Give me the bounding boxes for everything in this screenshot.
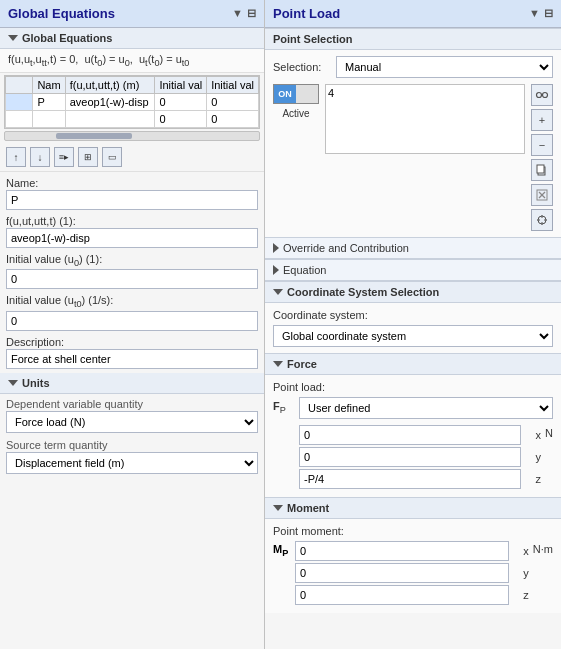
- equation-section-header[interactable]: Equation: [265, 259, 561, 281]
- equation-label: Equation: [283, 264, 326, 276]
- force-x-input[interactable]: [299, 425, 521, 445]
- z-axis-label: z: [521, 473, 541, 485]
- moment-section-header[interactable]: Moment: [265, 497, 561, 519]
- point-selection-header[interactable]: Point Selection: [265, 28, 561, 50]
- point-moment-label: Point moment:: [273, 525, 553, 537]
- n-unit-label: N: [541, 427, 553, 439]
- dep-var-select[interactable]: Force load (N): [6, 411, 258, 433]
- force-inputs-group: x y z N: [273, 425, 553, 491]
- force-y-input[interactable]: [299, 447, 521, 467]
- point-load-label: Point load:: [273, 381, 553, 393]
- svg-point-0: [537, 93, 542, 98]
- init-u0-input[interactable]: [6, 269, 258, 289]
- left-panel-header: Global Equations ▼ ⊟: [0, 0, 264, 28]
- table-row: P aveop1(-w)-disp 0 0: [6, 94, 259, 111]
- section-expand-icon: [8, 35, 18, 41]
- override-expand-icon: [273, 243, 279, 253]
- coord-system-label: Coordinate system:: [273, 309, 553, 321]
- right-panel-pin-icon[interactable]: ⊟: [544, 7, 553, 20]
- func1-button[interactable]: ≡▸: [54, 147, 74, 167]
- svg-point-1: [543, 93, 548, 98]
- right-panel-collapse-icon[interactable]: ▼: [529, 7, 540, 20]
- moment-x-label: x: [509, 545, 529, 557]
- moment-inputs-col: x y z: [295, 541, 529, 607]
- coord-system-select[interactable]: Global coordinate system: [273, 325, 553, 347]
- init-u0-label: Initial value (u0) (1):: [6, 250, 258, 269]
- func-label: f(u,ut,utt,t) (1):: [6, 212, 258, 228]
- equations-toolbar: ↑ ↓ ≡▸ ⊞ ▭: [0, 143, 264, 172]
- row-func[interactable]: aveop1(-w)-disp: [65, 94, 155, 111]
- func-input[interactable]: [6, 228, 258, 248]
- link-icon-btn[interactable]: [531, 84, 553, 106]
- coord-section-header[interactable]: Coordinate System Selection: [265, 281, 561, 303]
- row-name[interactable]: P: [33, 94, 65, 111]
- force-z-input[interactable]: [299, 469, 521, 489]
- table-scrollbar[interactable]: [4, 131, 260, 141]
- active-toggle-col: ON Active: [273, 84, 319, 119]
- func3-button[interactable]: ▭: [102, 147, 122, 167]
- override-section-header[interactable]: Override and Contribution: [265, 237, 561, 259]
- row-init2-2[interactable]: 0: [207, 111, 259, 128]
- point-number: 4: [328, 87, 334, 99]
- move-down-button[interactable]: ↓: [30, 147, 50, 167]
- table-row: 0 0: [6, 111, 259, 128]
- side-icons-col: + −: [531, 84, 553, 231]
- selection-area: ON Active 4 + −: [273, 84, 553, 231]
- row-init1[interactable]: 0: [155, 94, 207, 111]
- coord-expand-icon: [273, 289, 283, 295]
- copy-icon-btn[interactable]: [531, 159, 553, 181]
- name-input[interactable]: [6, 190, 258, 210]
- row-init1-2[interactable]: 0: [155, 111, 207, 128]
- row-func2[interactable]: [65, 111, 155, 128]
- col-header-name: Nam: [33, 77, 65, 94]
- row-selector: [6, 94, 33, 111]
- move-up-button[interactable]: ↑: [6, 147, 26, 167]
- right-panel: Point Load ▼ ⊟ Point Selection Selection…: [265, 0, 561, 649]
- right-panel-title: Point Load: [273, 6, 340, 21]
- moment-y-label: y: [509, 567, 529, 579]
- left-panel-collapse-icon[interactable]: ▼: [232, 7, 243, 20]
- remove-icon-btn[interactable]: −: [531, 134, 553, 156]
- name-label: Name:: [6, 174, 258, 190]
- source-term-label: Source term quantity: [6, 437, 258, 452]
- col-header-init2: Initial val: [207, 77, 259, 94]
- override-label: Override and Contribution: [283, 242, 409, 254]
- active-label: Active: [282, 108, 309, 119]
- crosshair-icon-btn[interactable]: [531, 209, 553, 231]
- selection-row: Selection: Manual All Boundary: [273, 56, 553, 78]
- moment-z-input[interactable]: [295, 585, 509, 605]
- col-header-func: f(u,ut,utt,t) (m): [65, 77, 155, 94]
- init-ut0-input[interactable]: [6, 311, 258, 331]
- on-part: ON: [274, 85, 296, 103]
- on-off-toggle[interactable]: ON: [273, 84, 319, 104]
- point-selection-content: Selection: Manual All Boundary ON Active…: [265, 50, 561, 237]
- desc-input[interactable]: [6, 349, 258, 369]
- moment-x-input[interactable]: [295, 541, 509, 561]
- units-section-content: Dependent variable quantity Force load (…: [0, 394, 264, 476]
- moment-y-input[interactable]: [295, 563, 509, 583]
- selection-dropdown[interactable]: Manual All Boundary: [336, 56, 553, 78]
- force-content: Point load: FP User defined x y: [265, 375, 561, 497]
- func2-button[interactable]: ⊞: [78, 147, 98, 167]
- global-equations-section-header[interactable]: Global Equations: [0, 28, 264, 49]
- force-z-row: z: [273, 469, 541, 489]
- add-icon-btn[interactable]: +: [531, 109, 553, 131]
- clear-icon-btn[interactable]: [531, 184, 553, 206]
- fp-select[interactable]: User defined: [299, 397, 553, 419]
- units-section-label: Units: [22, 377, 50, 389]
- point-selection-label: Point Selection: [273, 33, 352, 45]
- col-header-empty: [6, 77, 33, 94]
- row-init2[interactable]: 0: [207, 94, 259, 111]
- scrollbar-thumb: [56, 133, 132, 139]
- source-term-select[interactable]: Displacement field (m): [6, 452, 258, 474]
- force-section-header[interactable]: Force: [265, 353, 561, 375]
- point-list-box[interactable]: 4: [325, 84, 525, 154]
- row-name2[interactable]: [33, 111, 65, 128]
- units-section-header[interactable]: Units: [0, 373, 264, 394]
- left-panel-title: Global Equations: [8, 6, 115, 21]
- row-selector2: [6, 111, 33, 128]
- moment-row: MP x y z N·m: [273, 541, 553, 607]
- moment-z-label: z: [509, 589, 529, 601]
- left-panel-pin-icon[interactable]: ⊟: [247, 7, 256, 20]
- x-axis-label: x: [521, 429, 541, 441]
